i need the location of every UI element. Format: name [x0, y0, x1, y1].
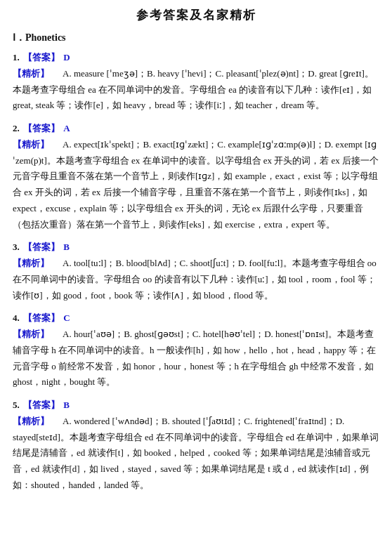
answer-label: 【答案】: [23, 123, 62, 133]
analysis-label: 【精析】: [13, 139, 58, 150]
answer-line-3: 3. 【答案】 B: [13, 239, 379, 256]
analysis-text: A. measure [ˈmeʒə]；B. heavy [ˈhevi]；C. p…: [13, 68, 374, 111]
page-title: 参考答案及名家精析: [13, 7, 379, 23]
analysis-text: A. wondered [ˈwʌndəd]；B. shouted [ˈʃaʊtɪ…: [13, 416, 379, 490]
answer-value: D: [63, 52, 70, 62]
analysis-label: 【精析】: [13, 329, 58, 339]
section-heading: Ⅰ．Phonetics: [13, 32, 379, 44]
answer-line-4: 4. 【答案】 C: [13, 310, 379, 327]
questions-container: 1. 【答案】 D【精析】 A. measure [ˈmeʒə]；B. heav…: [13, 50, 379, 494]
answer-value: A: [63, 123, 70, 133]
question-number: 1.: [13, 52, 22, 62]
answer-value: B: [63, 400, 70, 410]
question-number: 2.: [13, 123, 22, 133]
question-block-5: 5. 【答案】 B【精析】 A. wondered [ˈwʌndəd]；B. s…: [13, 397, 379, 494]
answer-label: 【答案】: [23, 242, 62, 252]
analysis-text: A. expect[ɪkˈspekt]；B. exact[ɪɡˈzækt]；C.…: [13, 139, 379, 230]
answer-value: B: [63, 242, 70, 252]
answer-line-2: 2. 【答案】 A: [13, 121, 379, 137]
analysis-line-2: 【精析】 A. expect[ɪkˈspekt]；B. exact[ɪɡˈzæk…: [13, 137, 379, 233]
question-block-1: 1. 【答案】 D【精析】 A. measure [ˈmeʒə]；B. heav…: [13, 50, 379, 114]
analysis-label: 【精析】: [13, 258, 58, 268]
analysis-line-1: 【精析】 A. measure [ˈmeʒə]；B. heavy [ˈhevi]…: [13, 66, 379, 114]
analysis-line-3: 【精析】 A. tool[tuːl]；B. blood[blʌd]；C. sho…: [13, 256, 379, 303]
analysis-label: 【精析】: [13, 416, 58, 426]
question-number: 4.: [13, 312, 22, 323]
question-number: 5.: [13, 400, 22, 410]
question-block-4: 4. 【答案】 C【精析】 A. hour[ˈaʊə]；B. ghost[ɡəʊ…: [13, 310, 379, 390]
answer-label: 【答案】: [23, 400, 62, 410]
question-number: 3.: [13, 242, 22, 252]
analysis-label: 【精析】: [13, 68, 58, 79]
analysis-text: A. tool[tuːl]；B. blood[blʌd]；C. shoot[ʃu…: [13, 258, 377, 301]
answer-label: 【答案】: [23, 52, 62, 62]
analysis-line-5: 【精析】 A. wondered [ˈwʌndəd]；B. shouted [ˈ…: [13, 414, 379, 494]
answer-value: C: [63, 312, 70, 323]
question-block-3: 3. 【答案】 B【精析】 A. tool[tuːl]；B. blood[blʌ…: [13, 239, 379, 303]
analysis-line-4: 【精析】 A. hour[ˈaʊə]；B. ghost[ɡəʊst]；C. ho…: [13, 327, 379, 390]
answer-line-1: 1. 【答案】 D: [13, 50, 379, 66]
answer-label: 【答案】: [23, 312, 62, 323]
answer-line-5: 5. 【答案】 B: [13, 397, 379, 414]
analysis-text: A. hour[ˈaʊə]；B. ghost[ɡəʊst]；C. hotel[h…: [13, 329, 376, 387]
question-block-2: 2. 【答案】 A【精析】 A. expect[ɪkˈspekt]；B. exa…: [13, 121, 379, 232]
